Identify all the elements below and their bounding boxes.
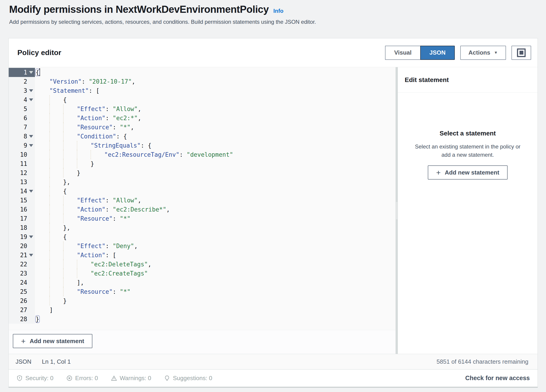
code-content[interactable]: "Statement": [	[35, 86, 396, 95]
line-number[interactable]: 1	[9, 68, 35, 77]
line-number[interactable]: 7	[9, 123, 35, 132]
code-content[interactable]: {	[35, 232, 396, 241]
code-line[interactable]: 24],	[9, 278, 396, 287]
actions-button[interactable]: Actions ▼	[460, 46, 506, 60]
panel-splitter[interactable]	[396, 67, 398, 354]
error-findings[interactable]: Errors: 0	[66, 375, 98, 382]
split-panel-button[interactable]	[512, 46, 531, 60]
code-content[interactable]: "Action": "ec2:Describe*",	[35, 205, 396, 214]
code-line[interactable]: 19{	[9, 232, 396, 241]
fold-toggle-icon[interactable]	[27, 190, 35, 193]
line-number[interactable]: 21	[9, 251, 35, 260]
line-number[interactable]: 25	[9, 287, 35, 296]
code-content[interactable]: "StringEquals": {	[35, 141, 396, 150]
code-content[interactable]: {	[35, 187, 396, 196]
line-number[interactable]: 27	[9, 305, 35, 315]
line-number[interactable]: 19	[9, 232, 35, 241]
code-content[interactable]: "ec2:DeleteTags",	[35, 260, 396, 269]
line-number[interactable]: 18	[9, 223, 35, 232]
code-content[interactable]: },	[35, 177, 396, 187]
code-line[interactable]: 25"Resource": "*"	[9, 287, 396, 296]
code-line[interactable]: 2"Version": "2012-10-17",	[9, 77, 396, 86]
code-content[interactable]: "Effect": "Allow",	[35, 104, 396, 114]
code-content[interactable]: ],	[35, 278, 396, 287]
code-line[interactable]: 12}	[9, 168, 396, 177]
code-content[interactable]: }	[35, 159, 396, 168]
line-number[interactable]: 24	[9, 278, 35, 287]
add-new-statement-button[interactable]: + Add new statement	[13, 334, 92, 348]
code-line[interactable]: 23"ec2:CreateTags"	[9, 269, 396, 278]
line-number[interactable]: 10	[9, 150, 35, 159]
code-content[interactable]: "ec2:ResourceTag/Env": "development"	[35, 150, 396, 159]
code-line[interactable]: 22"ec2:DeleteTags",	[9, 260, 396, 269]
code-line[interactable]: 18},	[9, 223, 396, 232]
line-number[interactable]: 11	[9, 159, 35, 168]
code-line[interactable]: 17"Resource": "*"	[9, 214, 396, 223]
code-content[interactable]: ]	[35, 305, 396, 315]
code-line[interactable]: 11}	[9, 159, 396, 168]
code-line[interactable]: 3"Statement": [	[9, 86, 396, 95]
code-line[interactable]: 7"Resource": "*",	[9, 123, 396, 132]
line-number[interactable]: 8	[9, 132, 35, 141]
line-number[interactable]: 22	[9, 260, 35, 269]
code-line[interactable]: 16"Action": "ec2:Describe*",	[9, 205, 396, 214]
line-number[interactable]: 23	[9, 269, 35, 278]
tab-json[interactable]: JSON	[420, 46, 455, 60]
line-number[interactable]: 17	[9, 214, 35, 223]
code-content[interactable]: "Resource": "*",	[35, 123, 396, 132]
code-content[interactable]: {	[35, 68, 396, 77]
code-content[interactable]: "Resource": "*"	[35, 287, 396, 296]
code-content[interactable]: "Resource": "*"	[35, 214, 396, 223]
code-content[interactable]: "Effect": "Allow",	[35, 196, 396, 205]
code-line[interactable]: 26}	[9, 296, 396, 305]
fold-toggle-icon[interactable]	[27, 98, 35, 101]
code-line[interactable]: 9"StringEquals": {	[9, 141, 396, 150]
line-number[interactable]: 6	[9, 114, 35, 123]
code-content[interactable]: "Condition": {	[35, 132, 396, 141]
security-findings[interactable]: Security: 0	[16, 375, 53, 382]
info-link[interactable]: Info	[273, 8, 284, 14]
fold-toggle-icon[interactable]	[27, 135, 35, 138]
code-line[interactable]: 10"ec2:ResourceTag/Env": "development"	[9, 150, 396, 159]
line-number[interactable]: 26	[9, 296, 35, 305]
code-content[interactable]: }	[35, 296, 396, 305]
line-number[interactable]: 2	[9, 77, 35, 86]
code-line[interactable]: 1{	[9, 68, 396, 77]
line-number[interactable]: 3	[9, 86, 35, 95]
line-number[interactable]: 5	[9, 104, 35, 114]
line-number[interactable]: 28	[9, 315, 35, 324]
code-content[interactable]: },	[35, 223, 396, 232]
code-content[interactable]: "Version": "2012-10-17",	[35, 77, 396, 86]
line-number[interactable]: 20	[9, 241, 35, 251]
code-line[interactable]: 15"Effect": "Allow",	[9, 196, 396, 205]
code-content[interactable]: "Action": [	[35, 251, 396, 260]
code-line[interactable]: 6"Action": "ec2:*",	[9, 114, 396, 123]
check-for-new-access[interactable]: Check for new access	[465, 375, 530, 382]
code-line[interactable]: 21"Action": [	[9, 251, 396, 260]
tab-visual[interactable]: Visual	[385, 46, 420, 60]
line-number[interactable]: 14	[9, 187, 35, 196]
code-content[interactable]: "Effect": "Deny",	[35, 241, 396, 251]
line-number[interactable]: 15	[9, 196, 35, 205]
line-number[interactable]: 9	[9, 141, 35, 150]
add-new-statement-button-panel[interactable]: + Add new statement	[428, 165, 507, 180]
line-number[interactable]: 13	[9, 177, 35, 187]
code-line[interactable]: 4{	[9, 95, 396, 104]
fold-toggle-icon[interactable]	[27, 71, 35, 74]
code-line[interactable]: 14{	[9, 187, 396, 196]
code-content[interactable]: {	[35, 95, 396, 104]
code-content[interactable]: "ec2:CreateTags"	[35, 269, 396, 278]
code-line[interactable]: 20"Effect": "Deny",	[9, 241, 396, 251]
code-line[interactable]: 8"Condition": {	[9, 132, 396, 141]
line-number[interactable]: 16	[9, 205, 35, 214]
code-line[interactable]: 27]	[9, 305, 396, 315]
code-line[interactable]: 5"Effect": "Allow",	[9, 104, 396, 114]
code-line[interactable]: 28}	[9, 315, 396, 324]
fold-toggle-icon[interactable]	[27, 254, 35, 257]
line-number[interactable]: 12	[9, 168, 35, 177]
fold-toggle-icon[interactable]	[27, 144, 35, 147]
fold-toggle-icon[interactable]	[27, 89, 35, 92]
fold-toggle-icon[interactable]	[27, 235, 35, 238]
suggestion-findings[interactable]: Suggestions: 0	[164, 375, 212, 382]
code-line[interactable]: 13},	[9, 177, 396, 187]
